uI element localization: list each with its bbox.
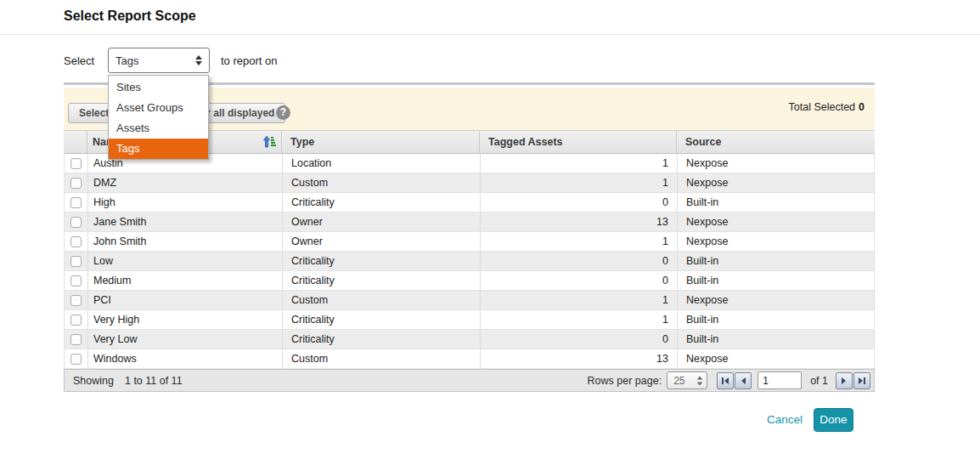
cell-tagged-assets: 1 <box>481 232 678 251</box>
cell-tagged-assets: 1 <box>481 291 678 309</box>
rows-per-page-spinner[interactable]: 25 <box>667 371 707 389</box>
rows-per-page-value: 25 <box>673 375 696 387</box>
column-header-tagged-assets[interactable]: Tagged Assets <box>480 131 677 153</box>
cell-name: Low <box>88 252 283 270</box>
scope-select-suffix: to report on <box>221 54 278 67</box>
table-row[interactable]: Medium Criticality 0 Built-in <box>65 271 874 291</box>
page-title: Select Report Scope <box>64 9 196 24</box>
cancel-button[interactable]: Cancel <box>767 413 803 426</box>
cell-source: Nexpose <box>678 213 876 231</box>
cell-tagged-assets: 1 <box>481 310 678 329</box>
cell-type: Custom <box>283 291 481 309</box>
cell-name: DMZ <box>88 173 283 192</box>
table-row[interactable]: Very High Criticality 1 Built-in <box>65 310 874 330</box>
cell-type: Criticality <box>283 310 481 329</box>
table-row[interactable]: High Criticality 0 Built-in <box>65 193 874 213</box>
cell-tagged-assets: 1 <box>481 173 678 192</box>
rows-per-page-label: Rows per page: <box>588 375 662 387</box>
table-row[interactable]: DMZ Custom 1 Nexpose <box>65 173 874 193</box>
cell-name: High <box>88 193 283 212</box>
cell-source: Built-in <box>678 310 876 329</box>
header-checkbox-column <box>64 131 87 153</box>
cell-type: Custom <box>283 349 481 368</box>
cell-type: Criticality <box>283 193 481 212</box>
table-row[interactable]: Low Criticality 0 Built-in <box>65 252 874 271</box>
showing-range: 1 to 11 of 11 <box>125 375 183 387</box>
cell-tagged-assets: 0 <box>481 252 678 270</box>
cell-name: Windows <box>88 349 283 368</box>
cell-tagged-assets: 13 <box>481 213 678 231</box>
scope-select-label: Select <box>64 54 94 67</box>
next-page-icon <box>840 377 848 385</box>
sort-ascending-icon[interactable] <box>263 135 277 149</box>
row-checkbox[interactable] <box>70 334 82 345</box>
menu-item-tags[interactable]: Tags <box>109 139 208 159</box>
cell-source: Nexpose <box>678 291 876 309</box>
total-selected: Total Selected0 <box>789 101 865 113</box>
cell-name: Very Low <box>88 330 283 349</box>
row-checkbox[interactable] <box>70 315 82 326</box>
cell-name: PCI <box>88 291 283 309</box>
row-checkbox[interactable] <box>70 158 82 169</box>
menu-item-assets[interactable]: Assets <box>109 118 208 139</box>
row-checkbox[interactable] <box>70 295 82 306</box>
cell-type: Custom <box>283 173 481 192</box>
done-button[interactable]: Done <box>814 408 853 432</box>
cell-source: Nexpose <box>678 154 876 173</box>
first-page-icon <box>721 377 729 385</box>
page-number-input[interactable] <box>758 371 802 389</box>
table-row[interactable]: Very Low Criticality 0 Built-in <box>65 330 874 349</box>
help-icon[interactable]: ? <box>276 105 290 120</box>
select-updown-icon <box>195 55 202 65</box>
cell-type: Criticality <box>283 330 481 349</box>
cell-source: Built-in <box>678 271 876 290</box>
cell-name: John Smith <box>88 232 283 251</box>
row-checkbox[interactable] <box>70 178 82 189</box>
page-count-label: of 1 <box>810 375 828 387</box>
cell-tagged-assets: 0 <box>481 330 678 349</box>
row-checkbox[interactable] <box>70 354 82 365</box>
row-checkbox[interactable] <box>70 256 82 267</box>
cell-source: Built-in <box>678 252 876 270</box>
table-row[interactable]: John Smith Owner 1 Nexpose <box>65 232 874 252</box>
cell-name: Very High <box>88 310 283 329</box>
spinner-updown-icon <box>696 376 703 386</box>
table-row[interactable]: Jane Smith Owner 13 Nexpose <box>65 213 874 232</box>
table-body: Austin Location 1 Nexpose DMZ Custom 1 N… <box>64 154 875 369</box>
cell-tagged-assets: 0 <box>481 271 678 290</box>
menu-item-asset-groups[interactable]: Asset Groups <box>109 98 208 118</box>
column-header-source[interactable]: Source <box>677 131 875 153</box>
cell-type: Owner <box>283 232 481 251</box>
cell-tagged-assets: 13 <box>481 349 678 368</box>
total-selected-value: 0 <box>859 101 865 113</box>
table-row[interactable]: Windows Custom 13 Nexpose <box>65 349 874 369</box>
showing-label: Showing <box>73 375 114 387</box>
cell-source: Built-in <box>678 330 876 349</box>
table-row[interactable]: PCI Custom 1 Nexpose <box>65 291 874 310</box>
scope-dropdown-menu: SitesAsset GroupsAssetsTags <box>108 75 209 160</box>
cell-name: Medium <box>88 271 283 290</box>
cell-source: Built-in <box>678 193 876 212</box>
row-checkbox[interactable] <box>70 236 82 247</box>
column-header-type[interactable]: Type <box>282 131 480 153</box>
cell-type: Criticality <box>283 252 481 270</box>
first-page-button[interactable] <box>717 372 734 389</box>
scope-select-value: Tags <box>115 54 195 67</box>
cell-source: Nexpose <box>678 173 876 192</box>
row-checkbox[interactable] <box>70 275 82 286</box>
next-page-button[interactable] <box>836 372 853 389</box>
cell-source: Nexpose <box>678 349 876 368</box>
cell-name: Jane Smith <box>88 213 283 231</box>
cell-source: Nexpose <box>678 232 876 251</box>
menu-item-sites[interactable]: Sites <box>109 77 208 98</box>
scope-select[interactable]: Tags <box>108 48 210 73</box>
last-page-button[interactable] <box>853 372 870 389</box>
total-selected-label: Total Selected <box>789 101 856 113</box>
last-page-icon <box>858 377 866 385</box>
title-divider <box>0 34 980 35</box>
row-checkbox[interactable] <box>70 197 82 208</box>
cell-type: Location <box>283 154 481 173</box>
previous-page-button[interactable] <box>735 372 752 389</box>
pagination: of 1 <box>716 371 870 389</box>
row-checkbox[interactable] <box>70 217 82 228</box>
